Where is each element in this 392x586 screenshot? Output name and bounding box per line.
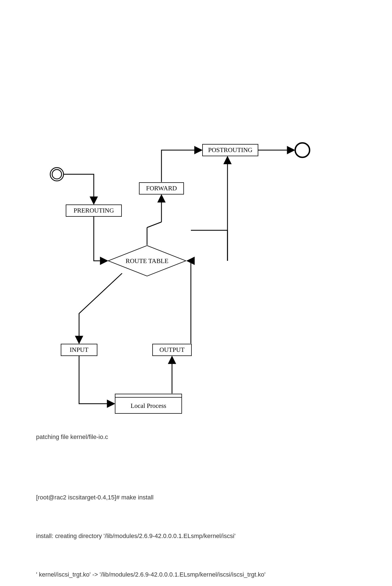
diagram-caption: patching file kernel/file-io.c xyxy=(36,433,392,441)
terminal-line: install: creating directory '/lib/module… xyxy=(36,530,392,542)
end-node xyxy=(295,143,310,157)
routetable-label: ROUTE TABLE xyxy=(126,257,168,264)
edge-routetable-forward-c xyxy=(147,222,161,228)
localprocess-label: Local Process xyxy=(131,402,166,409)
forward-box: FORWARD xyxy=(139,183,184,194)
output-box: OUTPUT xyxy=(153,344,191,356)
terminal-line: [root@rac2 iscsitarget-0.4,15]# make ins… xyxy=(36,491,392,504)
edge-start-prerouting xyxy=(64,174,94,204)
edge-prerouting-routetable xyxy=(94,216,107,261)
terminal-output: [root@rac2 iscsitarget-0.4,15]# make ins… xyxy=(36,466,392,586)
localprocess-box: Local Process xyxy=(115,394,182,413)
input-label: INPUT xyxy=(70,346,88,353)
svg-point-2 xyxy=(295,143,310,157)
prerouting-box: PREROUTING xyxy=(66,205,122,216)
edge-output-routetable-hidden xyxy=(184,261,187,343)
routetable-diamond: ROUTE TABLE xyxy=(108,246,186,276)
flow-diagram: POSTROUTING FORWARD PREROUTING ROUTE TAB… xyxy=(36,136,392,428)
edge-routetable-input xyxy=(79,273,122,343)
input-box: INPUT xyxy=(61,344,97,356)
postrouting-label: POSTROUTING xyxy=(208,146,252,153)
edge-output-routetable xyxy=(188,261,191,343)
edge-input-localprocess xyxy=(79,356,114,404)
output-label: OUTPUT xyxy=(160,346,185,353)
start-node xyxy=(50,168,64,181)
postrouting-box: POSTROUTING xyxy=(203,144,258,156)
forward-label: FORWARD xyxy=(146,185,177,192)
prerouting-label: PREROUTING xyxy=(74,207,114,214)
edge-forward-postrouting xyxy=(161,150,201,182)
svg-point-1 xyxy=(52,170,62,179)
terminal-line: ' kernel/iscsi_trgt.ko' -> '/lib/modules… xyxy=(36,568,392,581)
